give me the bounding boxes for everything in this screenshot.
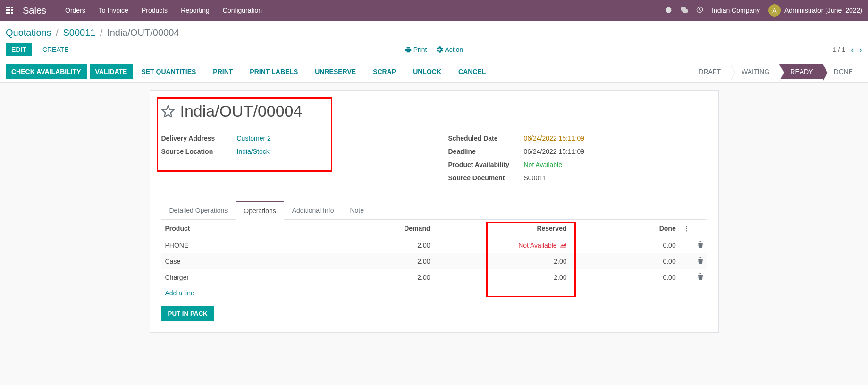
company-switcher[interactable]: Indian Company <box>712 7 760 14</box>
username: Administrator (June_2022) <box>784 7 862 14</box>
source-location-value[interactable]: India/Stock <box>237 148 270 155</box>
pager-text: 1 / 1 <box>833 46 845 53</box>
cell-reserved: 2.00 <box>434 253 570 269</box>
user-menu[interactable]: A Administrator (June_2022) <box>768 4 862 17</box>
cell-product: Charger <box>161 269 314 285</box>
record-title: India/OUT/00004 <box>180 102 303 120</box>
deadline-value: 06/24/2022 15:11:09 <box>524 148 584 155</box>
cell-demand: 2.00 <box>314 269 434 285</box>
delete-row-icon[interactable] <box>698 274 703 281</box>
cell-done: 0.00 <box>570 237 679 253</box>
unlock-button[interactable]: UNLOCK <box>407 64 447 79</box>
print-button[interactable]: PRINT <box>207 64 238 79</box>
pager-next[interactable]: › <box>860 45 862 55</box>
availability-value: Not Available <box>524 161 562 168</box>
cell-done: 0.00 <box>570 253 679 269</box>
delivery-address-label: Delivery Address <box>161 134 237 142</box>
nav-configuration[interactable]: Configuration <box>223 7 262 14</box>
table-row[interactable]: PHONE 2.00 Not Available 0.00 <box>161 237 707 253</box>
th-product[interactable]: Product <box>161 220 314 237</box>
stage-ready[interactable]: READY <box>779 64 822 79</box>
tab-operations[interactable]: Operations <box>236 201 284 220</box>
nav-menu: Orders To Invoice Products Reporting Con… <box>65 7 262 14</box>
forecast-icon[interactable] <box>560 242 566 249</box>
nav-to-invoice[interactable]: To Invoice <box>99 7 128 14</box>
operations-table: Product Demand Reserved Done ⋮ PHONE 2.0… <box>161 220 707 285</box>
print-icon <box>405 46 412 53</box>
scrap-button[interactable]: SCRAP <box>367 64 402 79</box>
pager-prev[interactable]: ‹ <box>851 45 854 55</box>
stage-draft[interactable]: DRAFT <box>687 64 730 79</box>
delivery-address-value[interactable]: Customer 2 <box>237 134 271 142</box>
stage-done[interactable]: DONE <box>823 64 862 79</box>
unreserve-button[interactable]: UNRESERVE <box>309 64 362 79</box>
avatar: A <box>768 4 781 17</box>
breadcrumb-order[interactable]: S00011 <box>63 27 95 38</box>
validate-button[interactable]: VALIDATE <box>90 64 133 79</box>
svg-marker-1 <box>162 106 173 117</box>
set-quantities-button[interactable]: SET QUANTITIES <box>135 64 202 79</box>
delete-row-icon[interactable] <box>698 242 703 249</box>
source-location-label: Source Location <box>161 148 237 155</box>
th-reserved[interactable]: Reserved <box>434 220 570 237</box>
th-done[interactable]: Done <box>570 220 679 237</box>
tabs: Detailed Operations Operations Additiona… <box>161 201 707 220</box>
deadline-label: Deadline <box>448 148 524 155</box>
app-brand[interactable]: Sales <box>23 5 46 16</box>
cell-demand: 2.00 <box>314 253 434 269</box>
add-line-link[interactable]: Add a line <box>161 285 198 301</box>
gear-icon <box>436 46 443 53</box>
chat-icon[interactable] <box>681 6 688 15</box>
top-navbar: Sales Orders To Invoice Products Reporti… <box>0 0 868 21</box>
status-bar: CHECK AVAILABILITY VALIDATE SET QUANTITI… <box>0 61 868 83</box>
cell-demand: 2.00 <box>314 237 434 253</box>
scheduled-date-label: Scheduled Date <box>448 134 524 142</box>
cell-reserved: 2.00 <box>434 269 570 285</box>
form-sheet: India/OUT/00004 Delivery Address Custome… <box>150 90 719 333</box>
delete-row-icon[interactable] <box>698 258 703 265</box>
column-options-icon[interactable]: ⋮ <box>683 225 690 232</box>
table-row[interactable]: Charger 2.00 2.00 0.00 <box>161 269 707 285</box>
tab-additional-info[interactable]: Additional Info <box>284 201 342 219</box>
print-dropdown[interactable]: Print <box>405 46 427 53</box>
cell-product: PHONE <box>161 237 314 253</box>
action-dropdown[interactable]: Action <box>436 46 463 53</box>
nav-reporting[interactable]: Reporting <box>181 7 210 14</box>
breadcrumb-quotations[interactable]: Quotations <box>6 27 51 38</box>
clock-icon[interactable] <box>696 6 703 15</box>
nav-products[interactable]: Products <box>142 7 168 14</box>
create-button[interactable]: CREATE <box>37 43 75 56</box>
cancel-button[interactable]: CANCEL <box>453 64 491 79</box>
status-stages: DRAFT WAITING READY DONE <box>687 64 862 79</box>
scheduled-date-value: 06/24/2022 15:11:09 <box>524 134 584 142</box>
priority-star-icon[interactable] <box>161 105 175 118</box>
th-demand[interactable]: Demand <box>314 220 434 237</box>
availability-label: Product Availability <box>448 161 524 168</box>
source-doc-label: Source Document <box>448 174 524 182</box>
breadcrumb-current: India/OUT/00004 <box>107 27 179 38</box>
print-labels-button[interactable]: PRINT LABELS <box>244 64 303 79</box>
stage-waiting[interactable]: WAITING <box>730 64 779 79</box>
tab-detailed-operations[interactable]: Detailed Operations <box>161 201 236 219</box>
cell-done: 0.00 <box>570 269 679 285</box>
check-availability-button[interactable]: CHECK AVAILABILITY <box>6 64 87 79</box>
breadcrumb: Quotations / S00011 / India/OUT/00004 <box>0 21 868 43</box>
apps-icon[interactable] <box>6 7 13 14</box>
edit-button[interactable]: EDIT <box>6 43 32 56</box>
table-row[interactable]: Case 2.00 2.00 0.00 <box>161 253 707 269</box>
cell-reserved: Not Available <box>434 237 570 253</box>
cell-product: Case <box>161 253 314 269</box>
tab-note[interactable]: Note <box>342 201 372 219</box>
reserved-not-available: Not Available <box>518 242 556 249</box>
put-in-pack-button[interactable]: PUT IN PACK <box>161 306 214 321</box>
nav-orders[interactable]: Orders <box>65 7 85 14</box>
bug-icon[interactable] <box>665 6 672 15</box>
source-doc-value: S00011 <box>524 174 547 182</box>
